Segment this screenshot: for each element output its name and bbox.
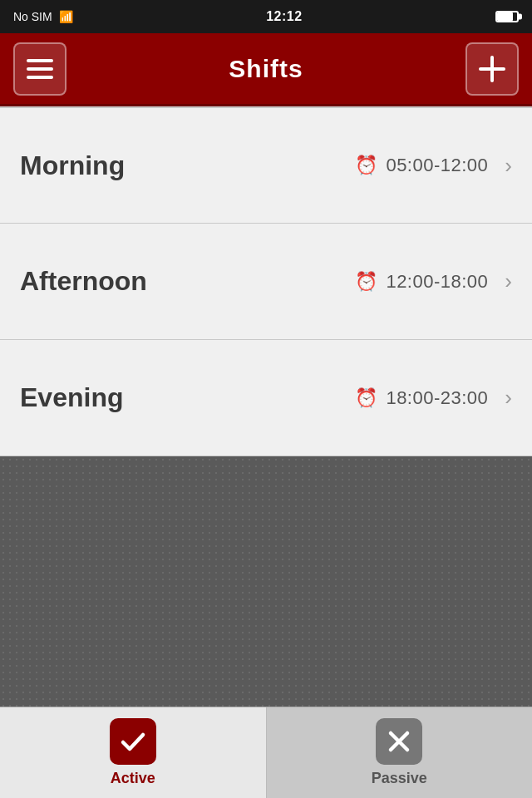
clock-icon-evening: ⏰ [355, 387, 377, 409]
plus-icon [477, 54, 507, 84]
add-shift-button[interactable] [466, 42, 519, 96]
shift-time-afternoon-container: ⏰ 12:00-18:00 [355, 271, 488, 293]
shift-time-evening-container: ⏰ 18:00-23:00 [355, 387, 488, 409]
tab-bar: Active Passive [0, 707, 532, 798]
x-mark-icon [386, 728, 412, 755]
shift-time-afternoon: 12:00-18:00 [386, 271, 488, 293]
shift-time-morning: 05:00-12:00 [386, 155, 488, 176]
shift-time-morning-container: ⏰ 05:00-12:00 [355, 155, 488, 176]
checkmark-icon [120, 728, 146, 755]
shift-item-morning[interactable]: Morning ⏰ 05:00-12:00 › [0, 107, 532, 224]
clock-icon-afternoon: ⏰ [355, 271, 377, 293]
chevron-right-evening: › [505, 385, 512, 411]
shift-name-morning: Morning [20, 150, 355, 181]
status-left: No SIM 📶 [13, 10, 73, 23]
empty-background-area [0, 456, 532, 714]
status-bar: No SIM 📶 12:12 [0, 0, 532, 33]
passive-tab-label: Passive [372, 770, 427, 787]
shift-list-container: Morning ⏰ 05:00-12:00 › Afternoon ⏰ 12:0… [0, 106, 532, 456]
wifi-icon: 📶 [59, 10, 73, 23]
active-tab-label: Active [111, 770, 155, 787]
shift-item-evening[interactable]: Evening ⏰ 18:00-23:00 › [0, 340, 532, 456]
chevron-right-morning: › [505, 153, 512, 179]
tab-passive[interactable]: Passive [267, 707, 533, 798]
hamburger-line-3 [27, 76, 53, 79]
battery-icon [495, 11, 519, 22]
shift-time-evening: 18:00-23:00 [386, 387, 488, 409]
hamburger-line-2 [27, 67, 53, 71]
carrier-text: No SIM [13, 10, 52, 23]
menu-button[interactable] [13, 42, 66, 96]
page-title: Shifts [229, 55, 303, 83]
passive-tab-icon-container [376, 718, 422, 765]
shift-list: Morning ⏰ 05:00-12:00 › Afternoon ⏰ 12:0… [0, 106, 532, 456]
shift-item-afternoon[interactable]: Afternoon ⏰ 12:00-18:00 › [0, 224, 532, 340]
shift-name-afternoon: Afternoon [20, 266, 355, 297]
hamburger-line-1 [27, 59, 53, 62]
clock-icon-morning: ⏰ [355, 155, 377, 176]
chevron-right-afternoon: › [505, 268, 512, 294]
navigation-bar: Shifts [0, 33, 532, 106]
shift-name-evening: Evening [20, 382, 355, 413]
status-time: 12:12 [266, 9, 302, 24]
status-right [495, 11, 519, 22]
active-tab-icon-container [110, 718, 156, 765]
tab-active[interactable]: Active [0, 707, 267, 798]
